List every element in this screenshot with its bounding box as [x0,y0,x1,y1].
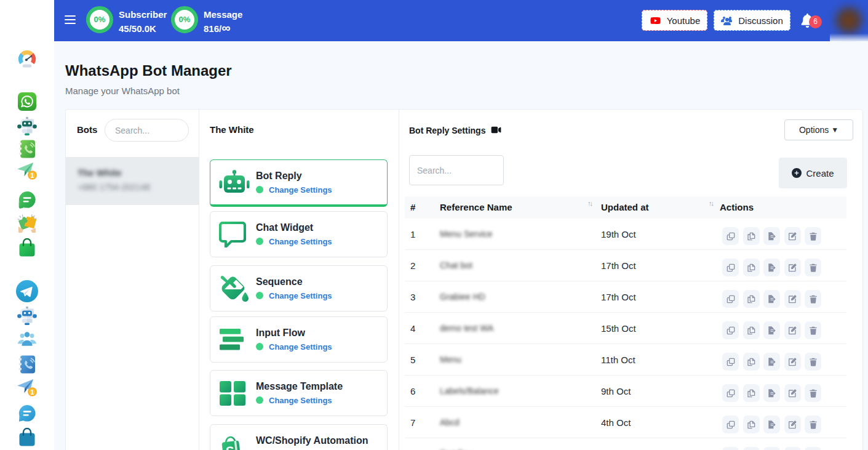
svg-text:1: 1 [31,172,34,179]
svg-text:1: 1 [31,388,34,396]
